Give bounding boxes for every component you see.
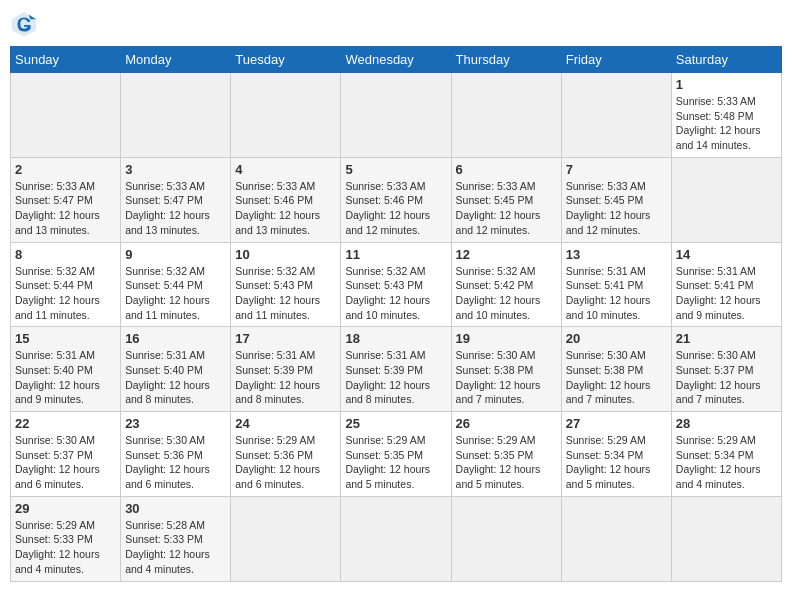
svg-marker-0 xyxy=(12,12,36,36)
day-info: Sunrise: 5:30 AM Sunset: 5:36 PM Dayligh… xyxy=(125,433,226,492)
calendar-cell: 4 Sunrise: 5:33 AM Sunset: 5:46 PM Dayli… xyxy=(231,157,341,242)
day-number: 26 xyxy=(456,416,557,431)
calendar-cell: 10 Sunrise: 5:32 AM Sunset: 5:43 PM Dayl… xyxy=(231,242,341,327)
day-info: Sunrise: 5:29 AM Sunset: 5:33 PM Dayligh… xyxy=(15,518,116,577)
day-info: Sunrise: 5:31 AM Sunset: 5:41 PM Dayligh… xyxy=(566,264,667,323)
calendar-cell: 1 Sunrise: 5:33 AM Sunset: 5:48 PM Dayli… xyxy=(671,73,781,158)
day-info: Sunrise: 5:33 AM Sunset: 5:46 PM Dayligh… xyxy=(235,179,336,238)
calendar-week-row: 2 Sunrise: 5:33 AM Sunset: 5:47 PM Dayli… xyxy=(11,157,782,242)
calendar-week-row: 8 Sunrise: 5:32 AM Sunset: 5:44 PM Dayli… xyxy=(11,242,782,327)
calendar-week-row: 22 Sunrise: 5:30 AM Sunset: 5:37 PM Dayl… xyxy=(11,412,782,497)
calendar-cell xyxy=(561,73,671,158)
calendar-cell: 26 Sunrise: 5:29 AM Sunset: 5:35 PM Dayl… xyxy=(451,412,561,497)
calendar-cell: 29 Sunrise: 5:29 AM Sunset: 5:33 PM Dayl… xyxy=(11,496,121,581)
calendar-cell: 7 Sunrise: 5:33 AM Sunset: 5:45 PM Dayli… xyxy=(561,157,671,242)
calendar-cell: 23 Sunrise: 5:30 AM Sunset: 5:36 PM Dayl… xyxy=(121,412,231,497)
calendar-cell xyxy=(451,496,561,581)
day-number: 3 xyxy=(125,162,226,177)
calendar-cell: 30 Sunrise: 5:28 AM Sunset: 5:33 PM Dayl… xyxy=(121,496,231,581)
day-info: Sunrise: 5:31 AM Sunset: 5:40 PM Dayligh… xyxy=(15,348,116,407)
calendar-cell xyxy=(341,496,451,581)
calendar-body: 1 Sunrise: 5:33 AM Sunset: 5:48 PM Dayli… xyxy=(11,73,782,582)
calendar-cell: 24 Sunrise: 5:29 AM Sunset: 5:36 PM Dayl… xyxy=(231,412,341,497)
day-info: Sunrise: 5:30 AM Sunset: 5:38 PM Dayligh… xyxy=(456,348,557,407)
day-number: 16 xyxy=(125,331,226,346)
column-header-friday: Friday xyxy=(561,47,671,73)
day-info: Sunrise: 5:28 AM Sunset: 5:33 PM Dayligh… xyxy=(125,518,226,577)
page-header xyxy=(10,10,782,38)
calendar-cell xyxy=(561,496,671,581)
calendar-table: SundayMondayTuesdayWednesdayThursdayFrid… xyxy=(10,46,782,582)
calendar-cell xyxy=(671,157,781,242)
day-info: Sunrise: 5:30 AM Sunset: 5:37 PM Dayligh… xyxy=(676,348,777,407)
day-info: Sunrise: 5:29 AM Sunset: 5:34 PM Dayligh… xyxy=(676,433,777,492)
calendar-cell: 19 Sunrise: 5:30 AM Sunset: 5:38 PM Dayl… xyxy=(451,327,561,412)
day-number: 14 xyxy=(676,247,777,262)
day-number: 17 xyxy=(235,331,336,346)
column-header-saturday: Saturday xyxy=(671,47,781,73)
day-info: Sunrise: 5:31 AM Sunset: 5:39 PM Dayligh… xyxy=(235,348,336,407)
logo xyxy=(10,10,42,38)
day-number: 15 xyxy=(15,331,116,346)
calendar-cell: 3 Sunrise: 5:33 AM Sunset: 5:47 PM Dayli… xyxy=(121,157,231,242)
column-header-sunday: Sunday xyxy=(11,47,121,73)
day-info: Sunrise: 5:33 AM Sunset: 5:45 PM Dayligh… xyxy=(456,179,557,238)
day-number: 11 xyxy=(345,247,446,262)
calendar-cell: 16 Sunrise: 5:31 AM Sunset: 5:40 PM Dayl… xyxy=(121,327,231,412)
day-number: 27 xyxy=(566,416,667,431)
day-info: Sunrise: 5:30 AM Sunset: 5:38 PM Dayligh… xyxy=(566,348,667,407)
column-header-wednesday: Wednesday xyxy=(341,47,451,73)
day-info: Sunrise: 5:29 AM Sunset: 5:36 PM Dayligh… xyxy=(235,433,336,492)
day-info: Sunrise: 5:32 AM Sunset: 5:44 PM Dayligh… xyxy=(15,264,116,323)
column-header-tuesday: Tuesday xyxy=(231,47,341,73)
calendar-cell: 22 Sunrise: 5:30 AM Sunset: 5:37 PM Dayl… xyxy=(11,412,121,497)
day-number: 23 xyxy=(125,416,226,431)
calendar-cell xyxy=(341,73,451,158)
day-number: 25 xyxy=(345,416,446,431)
day-info: Sunrise: 5:33 AM Sunset: 5:46 PM Dayligh… xyxy=(345,179,446,238)
day-number: 5 xyxy=(345,162,446,177)
day-number: 6 xyxy=(456,162,557,177)
calendar-cell: 11 Sunrise: 5:32 AM Sunset: 5:43 PM Dayl… xyxy=(341,242,451,327)
day-number: 4 xyxy=(235,162,336,177)
calendar-cell: 13 Sunrise: 5:31 AM Sunset: 5:41 PM Dayl… xyxy=(561,242,671,327)
day-number: 21 xyxy=(676,331,777,346)
day-info: Sunrise: 5:31 AM Sunset: 5:39 PM Dayligh… xyxy=(345,348,446,407)
day-info: Sunrise: 5:30 AM Sunset: 5:37 PM Dayligh… xyxy=(15,433,116,492)
day-number: 1 xyxy=(676,77,777,92)
calendar-cell: 25 Sunrise: 5:29 AM Sunset: 5:35 PM Dayl… xyxy=(341,412,451,497)
column-header-thursday: Thursday xyxy=(451,47,561,73)
day-info: Sunrise: 5:32 AM Sunset: 5:42 PM Dayligh… xyxy=(456,264,557,323)
day-number: 8 xyxy=(15,247,116,262)
calendar-cell: 27 Sunrise: 5:29 AM Sunset: 5:34 PM Dayl… xyxy=(561,412,671,497)
day-number: 29 xyxy=(15,501,116,516)
calendar-cell xyxy=(231,496,341,581)
calendar-cell xyxy=(11,73,121,158)
calendar-cell: 14 Sunrise: 5:31 AM Sunset: 5:41 PM Dayl… xyxy=(671,242,781,327)
day-number: 20 xyxy=(566,331,667,346)
calendar-cell: 2 Sunrise: 5:33 AM Sunset: 5:47 PM Dayli… xyxy=(11,157,121,242)
day-info: Sunrise: 5:32 AM Sunset: 5:44 PM Dayligh… xyxy=(125,264,226,323)
day-number: 13 xyxy=(566,247,667,262)
day-number: 7 xyxy=(566,162,667,177)
day-number: 24 xyxy=(235,416,336,431)
day-number: 22 xyxy=(15,416,116,431)
day-info: Sunrise: 5:33 AM Sunset: 5:47 PM Dayligh… xyxy=(15,179,116,238)
calendar-cell: 8 Sunrise: 5:32 AM Sunset: 5:44 PM Dayli… xyxy=(11,242,121,327)
day-number: 18 xyxy=(345,331,446,346)
calendar-cell xyxy=(671,496,781,581)
calendar-cell xyxy=(451,73,561,158)
calendar-header-row: SundayMondayTuesdayWednesdayThursdayFrid… xyxy=(11,47,782,73)
calendar-cell: 12 Sunrise: 5:32 AM Sunset: 5:42 PM Dayl… xyxy=(451,242,561,327)
calendar-cell: 6 Sunrise: 5:33 AM Sunset: 5:45 PM Dayli… xyxy=(451,157,561,242)
day-number: 28 xyxy=(676,416,777,431)
calendar-cell: 15 Sunrise: 5:31 AM Sunset: 5:40 PM Dayl… xyxy=(11,327,121,412)
calendar-week-row: 29 Sunrise: 5:29 AM Sunset: 5:33 PM Dayl… xyxy=(11,496,782,581)
day-number: 9 xyxy=(125,247,226,262)
calendar-cell: 18 Sunrise: 5:31 AM Sunset: 5:39 PM Dayl… xyxy=(341,327,451,412)
day-info: Sunrise: 5:32 AM Sunset: 5:43 PM Dayligh… xyxy=(345,264,446,323)
calendar-week-row: 15 Sunrise: 5:31 AM Sunset: 5:40 PM Dayl… xyxy=(11,327,782,412)
calendar-cell: 28 Sunrise: 5:29 AM Sunset: 5:34 PM Dayl… xyxy=(671,412,781,497)
day-info: Sunrise: 5:29 AM Sunset: 5:35 PM Dayligh… xyxy=(345,433,446,492)
day-info: Sunrise: 5:33 AM Sunset: 5:45 PM Dayligh… xyxy=(566,179,667,238)
